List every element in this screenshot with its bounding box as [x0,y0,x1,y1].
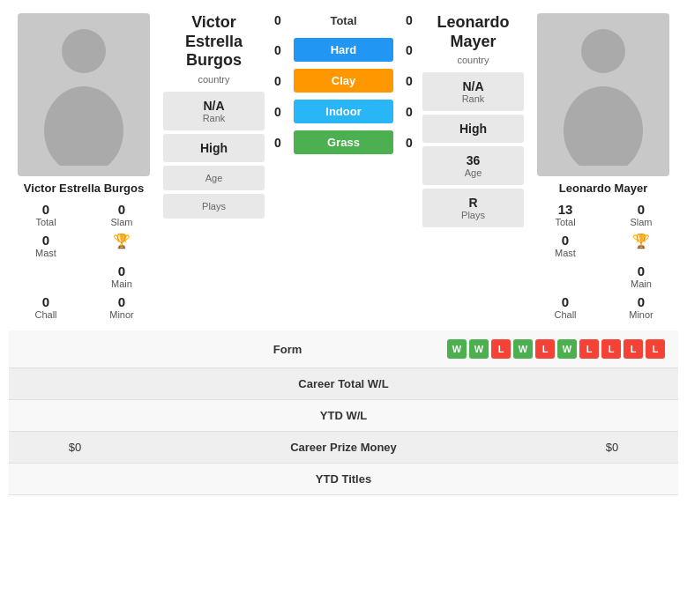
indoor-left: 0 [269,105,287,119]
ytd-titles-row: YTD Titles [9,464,678,495]
grass-row: 0 Grass 0 [269,130,418,154]
svg-point-3 [564,86,643,166]
player1-chall: 0 Chall [9,293,83,322]
player2-minor: 0 Minor [604,293,678,322]
form-row: Form WWLWLWLLLL [9,330,678,368]
player1-trophy: 🏆 [85,231,159,260]
player2-age-box: 36 Age [422,146,524,185]
player2-name-center: Leonardo Mayer [422,13,524,51]
form-badge-w: W [513,339,533,359]
grass-button: Grass [294,130,393,154]
career-total-row: Career Total W/L [9,368,678,400]
form-badge-l: L [601,339,621,359]
player2-mid-stats: Leonardo Mayer country N/A Rank High 36 … [422,13,524,322]
career-prize-left: $0 [22,441,128,454]
player1-age-box: Age [163,166,265,190]
players-section: Victor Estrella Burgos 0 Total 0 Slam 0 … [0,0,687,330]
form-badge-w: W [469,339,489,359]
hard-right: 0 [400,43,418,57]
player2-chall: 0 Chall [528,293,602,322]
player1-total: 0 Total [9,200,83,229]
player1-avatar [18,13,150,176]
player2-high-box: High [422,115,524,143]
player1-mast: 0 Mast [9,231,83,260]
player1-main: 0 Main [85,262,159,291]
player1-card: Victor Estrella Burgos 0 Total 0 Slam 0 … [9,13,159,322]
total-right-val: 0 [400,13,418,27]
player2-total: 13 Total [528,200,602,229]
player2-rank-box: N/A Rank [422,72,524,111]
indoor-right: 0 [400,105,418,119]
player2-stats: 13 Total 0 Slam 0 Mast 🏆 0 Main [528,200,678,322]
career-prize-label: Career Prize Money [128,441,559,454]
player2-plays-box: R Plays [422,189,524,227]
total-left-val: 0 [269,13,287,27]
player1-main-spacer [9,262,83,291]
clay-left: 0 [269,74,287,88]
indoor-button: Indoor [294,100,393,123]
player2-country: country [422,55,524,65]
career-prize-row: $0 Career Prize Money $0 [9,432,678,464]
form-badge-w: W [557,339,577,359]
player1-minor: 0 Minor [85,293,159,322]
indoor-row: 0 Indoor 0 [269,100,418,123]
player2-avatar [537,13,669,176]
clay-row: 0 Clay 0 [269,69,418,93]
clay-right: 0 [400,74,418,88]
form-badge-l: L [491,339,511,359]
player2-main-spacer [528,262,602,291]
svg-point-1 [44,86,123,166]
ytd-wl-row: YTD W/L [9,400,678,432]
player1-stats: 0 Total 0 Slam 0 Mast 🏆 0 [9,200,159,322]
form-badge-l: L [646,339,665,359]
clay-button: Clay [294,69,393,93]
player2-name: Leonardo Mayer [559,182,647,195]
main-container: Victor Estrella Burgos 0 Total 0 Slam 0 … [0,0,687,616]
total-row: 0 Total 0 [269,13,418,27]
form-badge-l: L [624,339,643,359]
player1-plays-box: Plays [163,194,265,219]
form-badge-l: L [535,339,555,359]
player1-rank-box: N/A Rank [163,92,265,130]
svg-point-0 [62,29,106,73]
ytd-titles-label: YTD Titles [128,472,559,486]
player1-slam: 0 Slam [85,200,159,229]
player2-mast: 0 Mast [528,231,602,260]
form-badges: WWLWLWLLLL [447,339,665,359]
player2-card: Leonardo Mayer 13 Total 0 Slam 0 Mast 🏆 [528,13,678,322]
career-total-label: Career Total W/L [128,377,559,390]
grass-left: 0 [269,136,287,150]
form-badge-l: L [579,339,599,359]
hard-left: 0 [269,43,287,57]
player1-mid-stats: Victor Estrella Burgos country N/A Rank … [163,13,265,322]
total-label: Total [287,14,400,27]
bottom-section: Form WWLWLWLLLL Career Total W/L YTD W/L… [0,330,687,495]
svg-point-2 [581,29,625,73]
hard-button: Hard [294,38,393,62]
player1-name: Victor Estrella Burgos [24,182,144,195]
player1-name-center: Victor Estrella Burgos [163,13,265,71]
career-prize-right: $0 [559,441,665,454]
grass-right: 0 [400,136,418,150]
player2-slam: 0 Slam [604,200,678,229]
ytd-wl-label: YTD W/L [128,409,559,422]
player1-country: country [163,74,265,85]
form-badge-w: W [447,339,467,359]
hard-row: 0 Hard 0 [269,38,418,62]
form-label: Form [128,343,447,356]
courts-section: 0 Total 0 0 Hard 0 0 Clay 0 0 [269,13,418,322]
trophy-icon-left: 🏆 [113,234,131,249]
player2-main: 0 Main [604,262,678,291]
player2-trophy: 🏆 [604,231,678,260]
trophy-icon-right: 🏆 [632,234,650,249]
player1-high-box: High [163,134,265,162]
